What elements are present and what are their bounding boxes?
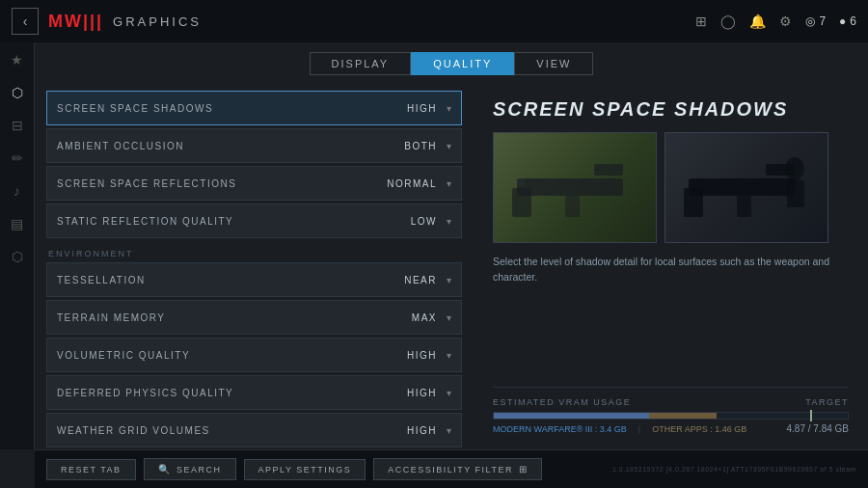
sidebar-icon-star[interactable]: ★ — [11, 52, 23, 68]
image-overlay-1 — [494, 133, 656, 242]
setting-value-wrap: HIGH ▾ — [407, 103, 451, 114]
sidebar-icon-edit[interactable]: ✏ — [12, 150, 23, 166]
setting-value-wrap: HIGH ▾ — [407, 388, 451, 398]
vram-numbers: 4.87 / 7.84 GB — [787, 423, 850, 434]
gun-svg-1 — [498, 135, 652, 241]
detail-images — [493, 132, 849, 243]
setting-row-weather-grid-volumes[interactable]: WEATHER GRID VOLUMES HIGH ▾ — [46, 413, 462, 447]
tab-quality[interactable]: QUALITY — [411, 52, 514, 75]
vram-label: ESTIMATED VRAM USAGE — [493, 397, 631, 407]
svg-rect-3 — [565, 196, 580, 217]
vram-bar-container — [493, 412, 849, 420]
sidebar-icon-hex2[interactable]: ⬡ — [12, 249, 23, 264]
setting-row-static-reflection-quality[interactable]: STATIC REFLECTION QUALITY LOW ▾ — [46, 203, 462, 238]
topbar-right: ⊞ ◯ 🔔 ⚙ ◎ 7 ● 6 — [695, 14, 856, 29]
chevron-down-icon: ▾ — [447, 425, 451, 436]
detail-image-1 — [493, 132, 657, 243]
search-button[interactable]: 🔍 SEARCH — [144, 458, 236, 480]
version-text: 1.0.185219372 [4.0.287.18024+1] ATT17395… — [612, 466, 856, 473]
bottombar: RESET TAB 🔍 SEARCH APPLY SETTINGS ACCESS… — [35, 449, 868, 488]
setting-value-wrap: HIGH ▾ — [407, 425, 451, 436]
setting-row-screen-space-reflections[interactable]: SCREEN SPACE REFLECTIONS NORMAL ▾ — [46, 166, 462, 201]
accessibility-filter-button[interactable]: ACCESSIBILITY FILTER ⊞ — [373, 458, 542, 480]
svg-rect-7 — [684, 188, 703, 217]
reset-tab-button[interactable]: RESET TAB — [46, 459, 136, 480]
setting-row-screen-space-shadows[interactable]: SCREEN SPACE SHADOWS HIGH ▾ — [46, 91, 462, 125]
vram-target-line — [810, 410, 812, 421]
coin-icon: ● — [839, 14, 846, 28]
setting-value-wrap: HIGH ▾ — [407, 350, 451, 361]
sidebar-icon-controller[interactable]: ⊟ — [12, 118, 23, 133]
setting-row-ambient-occlusion[interactable]: AMBIENT OCCLUSION BOTH ▾ — [46, 128, 462, 163]
svg-rect-4 — [517, 178, 525, 186]
chevron-down-icon: ▾ — [447, 178, 451, 189]
setting-row-volumetric-quality[interactable]: VOLUMETRIC QUALITY HIGH ▾ — [46, 338, 462, 372]
detail-description: Select the level of shadow detail for lo… — [493, 255, 849, 285]
settings-icon[interactable]: ⚙ — [779, 14, 792, 29]
vram-breakdown: MODERN WARFARE® III : 3.4 GB | OTHER APP… — [493, 424, 746, 434]
svg-rect-0 — [517, 178, 623, 196]
game-logo: MW||| — [48, 12, 103, 32]
chevron-down-icon: ▾ — [447, 388, 451, 398]
back-button[interactable]: ‹ — [12, 8, 39, 35]
xp-count: ◎ 7 — [805, 14, 826, 28]
sidebar-icon-display[interactable]: ▤ — [11, 216, 23, 231]
vram-bar-mw — [494, 413, 649, 419]
detail-panel: SCREEN SPACE SHADOWS — [474, 83, 868, 449]
chevron-down-icon: ▾ — [447, 275, 451, 285]
vram-bar-other — [649, 413, 717, 419]
svg-rect-1 — [594, 164, 623, 176]
chevron-down-icon: ▾ — [447, 141, 451, 151]
section-environment-label: ENVIRONMENT — [46, 241, 462, 262]
chevron-down-icon: ▾ — [447, 350, 451, 361]
svg-point-9 — [785, 157, 804, 180]
setting-value-wrap: BOTH ▾ — [404, 141, 451, 151]
sidebar: ★ ⬡ ⊟ ✏ ♪ ▤ ⬡ — [0, 42, 35, 449]
main-area: DISPLAY QUALITY VIEW SCREEN SPACE SHADOW… — [35, 42, 868, 449]
vram-section: ESTIMATED VRAM USAGE TARGET MODERN WARFA… — [493, 387, 849, 434]
image-overlay-2 — [665, 133, 827, 242]
content-area: SCREEN SPACE SHADOWS HIGH ▾ AMBIENT OCCL… — [35, 83, 868, 449]
apply-settings-button[interactable]: APPLY SETTINGS — [244, 459, 366, 480]
vram-other-label: OTHER APPS : 1.46 GB — [652, 424, 746, 434]
svg-rect-5 — [689, 178, 795, 196]
svg-rect-10 — [787, 180, 804, 207]
settings-panel: SCREEN SPACE SHADOWS HIGH ▾ AMBIENT OCCL… — [35, 83, 474, 449]
setting-value-wrap: NEAR ▾ — [404, 275, 451, 285]
page-title: GRAPHICS — [113, 14, 202, 29]
chevron-down-icon: ▾ — [447, 216, 451, 227]
tabs-bar: DISPLAY QUALITY VIEW — [35, 42, 868, 83]
detail-image-2 — [665, 132, 828, 243]
svg-rect-2 — [512, 188, 531, 217]
vram-target-label: TARGET — [805, 397, 849, 407]
vram-info: MODERN WARFARE® III : 3.4 GB | OTHER APP… — [493, 423, 849, 434]
setting-value-wrap: LOW ▾ — [411, 216, 451, 227]
setting-value-wrap: NORMAL ▾ — [387, 178, 451, 189]
setting-row-tessellation[interactable]: TESSELLATION NEAR ▾ — [46, 262, 462, 297]
grid-icon[interactable]: ⊞ — [695, 14, 707, 29]
setting-row-deferred-physics-quality[interactable]: DEFERRED PHYSICS QUALITY HIGH ▾ — [46, 375, 462, 410]
gun-svg-2 — [669, 135, 824, 241]
svg-rect-8 — [737, 196, 751, 217]
detail-title: SCREEN SPACE SHADOWS — [493, 98, 849, 121]
sidebar-icon-audio[interactable]: ♪ — [14, 183, 20, 199]
filter-icon: ⊞ — [519, 464, 529, 474]
back-icon: ‹ — [23, 14, 28, 29]
chevron-down-icon: ▾ — [447, 312, 451, 323]
setting-row-terrain-memory[interactable]: TERRAIN MEMORY MAX ▾ — [46, 300, 462, 335]
sidebar-icon-hex1[interactable]: ⬡ — [12, 85, 23, 100]
setting-value-wrap: MAX ▾ — [412, 312, 451, 323]
topbar: ‹ MW||| GRAPHICS ⊞ ◯ 🔔 ⚙ ◎ 7 ● 6 — [0, 0, 868, 42]
notifications-icon[interactable]: 🔔 — [749, 14, 766, 29]
chevron-down-icon: ▾ — [447, 103, 451, 114]
cod-points-count: ● 6 — [839, 14, 856, 28]
topbar-left: ‹ MW||| GRAPHICS — [12, 8, 202, 35]
search-icon: 🔍 — [158, 464, 172, 474]
profile-icon[interactable]: ◯ — [720, 14, 736, 29]
vram-mw-label: MODERN WARFARE® III : 3.4 GB — [493, 424, 627, 434]
xp-icon: ◎ — [805, 14, 815, 28]
tab-display[interactable]: DISPLAY — [310, 52, 412, 75]
vram-separator: | — [638, 424, 640, 434]
tab-view[interactable]: VIEW — [514, 52, 593, 75]
vram-header: ESTIMATED VRAM USAGE TARGET — [493, 397, 849, 407]
